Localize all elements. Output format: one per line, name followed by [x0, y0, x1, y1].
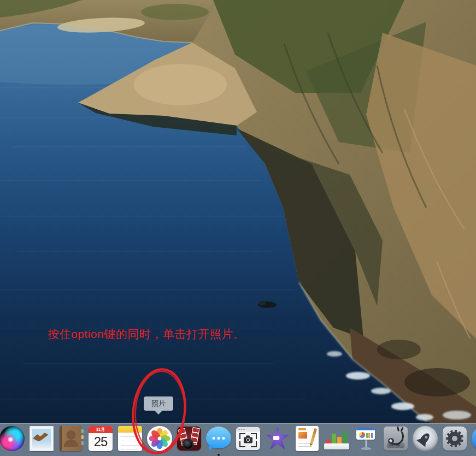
dock-item-contacts[interactable] [58, 425, 84, 452]
pen-glyph [310, 428, 317, 445]
dock-tooltip-label: 照片 [151, 399, 166, 407]
camera-lens-art [184, 440, 193, 449]
disk-utility-icon [384, 427, 408, 451]
photos-icon [147, 426, 172, 451]
dock-item-launchpad[interactable] [412, 425, 438, 452]
dock-item-disk-utility[interactable] [383, 425, 409, 452]
calendar-icon: 11月 25 [89, 426, 113, 451]
dock-item-imovie[interactable] [265, 425, 291, 452]
dock: 11月 25 [0, 423, 476, 456]
pages-icon [296, 426, 319, 451]
contacts-icon [60, 426, 83, 451]
camera-glyph [244, 437, 252, 443]
dock-item-photos[interactable] [146, 425, 173, 452]
messages-icon [206, 427, 231, 451]
siri-icon [0, 426, 25, 451]
notes-icon [118, 426, 142, 451]
dock-item-mail[interactable] [28, 425, 55, 452]
dock-item-calendar[interactable]: 11月 25 [87, 425, 114, 452]
screenshot-icon [236, 427, 260, 450]
rocket-glyph [419, 431, 432, 445]
dock-item-screenshot[interactable] [235, 425, 261, 452]
dock-item-messages[interactable] [205, 425, 232, 452]
annotation-text: 按住option键的同时，单击打开照片。 [48, 327, 245, 342]
mail-icon [30, 426, 54, 451]
dock-item-siri[interactable] [0, 425, 25, 452]
dock-item-numbers[interactable] [324, 425, 350, 452]
app-store-icon [472, 426, 476, 451]
calendar-day: 25 [89, 433, 113, 450]
video-camera-glyph [273, 436, 279, 440]
dock-item-system-preferences[interactable] [442, 425, 468, 452]
desktop: 按住option键的同时，单击打开照片。 照片 11月 25 [0, 0, 476, 456]
running-indicator-dot [218, 454, 220, 456]
dock-item-photo-booth[interactable] [176, 425, 202, 452]
numbers-icon [324, 425, 350, 452]
calendar-month: 11月 [89, 426, 113, 433]
dock-item-keynote[interactable] [353, 425, 379, 452]
launchpad-icon [413, 426, 438, 451]
wallpaper [0, 0, 476, 456]
dock-item-pages[interactable] [294, 425, 320, 452]
dock-tooltip: 照片 [144, 396, 173, 411]
keynote-icon [353, 425, 379, 452]
photo-booth-icon [177, 427, 201, 451]
system-preferences-icon [443, 427, 467, 451]
dock-item-app-store[interactable] [471, 425, 476, 452]
dock-item-notes[interactable] [117, 425, 143, 452]
